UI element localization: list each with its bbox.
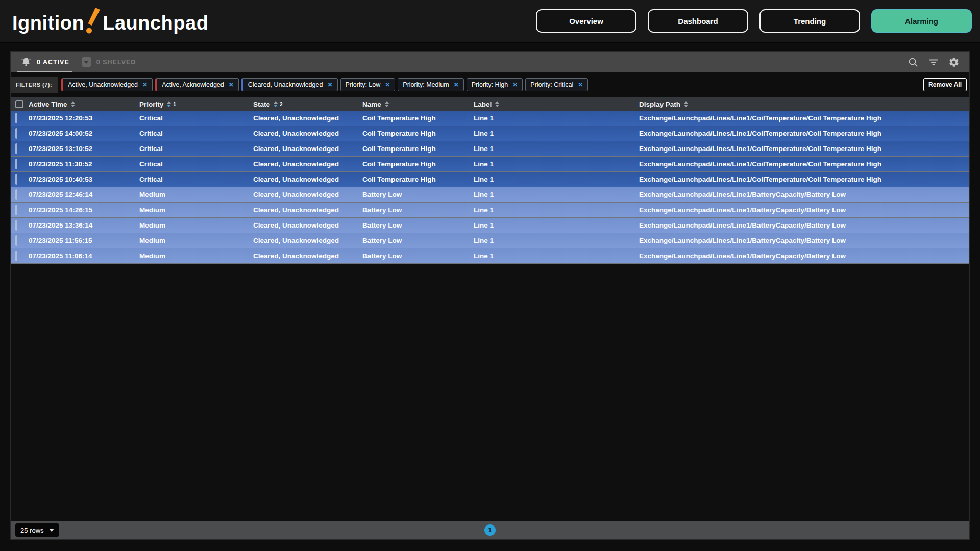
row-checkbox-cell: [11, 252, 29, 261]
cell-priority: Critical: [139, 130, 253, 137]
row-checkbox[interactable]: [15, 189, 17, 200]
row-checkbox[interactable]: [15, 159, 17, 169]
chip-close-icon[interactable]: ✕: [327, 81, 332, 88]
row-checkbox[interactable]: [15, 128, 17, 139]
pagination-page-1[interactable]: 1: [484, 524, 496, 536]
logo-text-ignition: Ignition: [12, 12, 84, 34]
nav-button-trending[interactable]: Trending: [760, 9, 860, 33]
cell-name: Coil Temperature High: [362, 114, 474, 122]
cell-name: Battery Low: [362, 206, 474, 214]
row-checkbox-cell: [11, 129, 29, 138]
cell-priority: Medium: [139, 221, 253, 229]
filter-icon[interactable]: [927, 56, 940, 68]
filter-chip: Priority: Low✕: [340, 78, 396, 91]
cell-path: Exchange/Launchpad/Lines/Line1/BatteryCa…: [639, 221, 969, 229]
filters-count-label: FILTERS (7):: [11, 77, 58, 93]
row-checkbox[interactable]: [15, 205, 17, 215]
table-row[interactable]: 07/23/2025 13:10:52CriticalCleared, Unac…: [11, 141, 969, 157]
select-all-checkbox[interactable]: [15, 100, 23, 108]
cell-priority: Critical: [139, 145, 253, 153]
cell-priority: Medium: [139, 237, 253, 244]
column-header-name[interactable]: Name: [362, 101, 474, 108]
column-header-active-time[interactable]: Active Time: [29, 101, 139, 108]
chip-close-icon[interactable]: ✕: [229, 81, 234, 88]
settings-gear-icon[interactable]: [948, 56, 960, 68]
cell-name: Battery Low: [362, 237, 474, 244]
table-row[interactable]: 07/23/2025 11:56:15MediumCleared, Unackn…: [11, 233, 969, 248]
cell-label: Line 1: [474, 191, 639, 198]
tab-active-alarms[interactable]: 0 ACTIVE: [14, 52, 76, 72]
cell-path: Exchange/Launchpad/Lines/Line1/BatteryCa…: [639, 206, 969, 214]
chip-close-icon[interactable]: ✕: [142, 81, 148, 88]
column-header-priority[interactable]: Priority1: [139, 101, 253, 108]
nav-button-alarming[interactable]: Alarming: [871, 9, 972, 33]
cell-state: Cleared, Unacknowledged: [253, 176, 362, 183]
row-checkbox[interactable]: [15, 143, 17, 154]
nav-button-dashboard[interactable]: Dashboard: [648, 9, 748, 33]
cell-label: Line 1: [474, 160, 639, 168]
table-row[interactable]: 07/23/2025 14:00:52CriticalCleared, Unac…: [11, 126, 969, 141]
column-header-state[interactable]: State2: [253, 101, 362, 108]
table-row[interactable]: 07/23/2025 12:20:53CriticalCleared, Unac…: [11, 111, 969, 126]
table-row[interactable]: 07/23/2025 10:40:53CriticalCleared, Unac…: [11, 172, 969, 187]
filters-bar: FILTERS (7): Active, Unacknowledged✕Acti…: [11, 77, 969, 93]
search-icon[interactable]: [907, 56, 919, 68]
column-header-display-path[interactable]: Display Path: [639, 101, 969, 108]
filter-chip-label: Cleared, Unacknowledged: [248, 81, 323, 88]
table-header-row: Active TimePriority1State2NameLabelDispl…: [11, 97, 969, 111]
cell-state: Cleared, Unacknowledged: [253, 221, 362, 229]
cell-name: Coil Temperature High: [362, 145, 474, 153]
cell-time: 07/23/2025 12:20:53: [29, 114, 139, 122]
sort-arrows-icon: [495, 101, 499, 107]
row-checkbox[interactable]: [15, 220, 17, 231]
cell-state: Cleared, Unacknowledged: [253, 191, 362, 198]
nav-button-overview[interactable]: Overview: [536, 9, 636, 33]
app-logo: Ignition Launchpad: [12, 8, 208, 34]
cell-time: 07/23/2025 14:26:15: [29, 206, 139, 214]
table-row[interactable]: 07/23/2025 12:46:14MediumCleared, Unackn…: [11, 187, 969, 203]
cell-time: 07/23/2025 12:46:14: [29, 191, 139, 198]
alarm-toolbar: 0 ACTIVE 0 SHELVED: [11, 52, 969, 72]
cell-label: Line 1: [474, 206, 639, 214]
alarm-table-panel: 0 ACTIVE 0 SHELVED FILTERS (7): Active, …: [10, 51, 970, 540]
row-checkbox-cell: [11, 144, 29, 154]
column-label: Name: [362, 101, 381, 108]
table-row[interactable]: 07/23/2025 14:26:15MediumCleared, Unackn…: [11, 203, 969, 218]
cell-time: 07/23/2025 11:56:15: [29, 237, 139, 244]
remove-all-filters-button[interactable]: Remove All: [923, 78, 967, 91]
cell-label: Line 1: [474, 237, 639, 244]
cell-state: Cleared, Unacknowledged: [253, 237, 362, 244]
cell-time: 07/23/2025 10:40:53: [29, 176, 139, 183]
table-row[interactable]: 07/23/2025 11:30:52CriticalCleared, Unac…: [11, 157, 969, 172]
cell-label: Line 1: [474, 114, 639, 122]
cell-label: Line 1: [474, 252, 639, 260]
row-checkbox[interactable]: [15, 174, 17, 185]
column-label: Priority: [139, 101, 163, 108]
row-checkbox-cell: [11, 206, 29, 215]
cell-name: Coil Temperature High: [362, 160, 474, 168]
chip-close-icon[interactable]: ✕: [454, 81, 459, 88]
column-label: Display Path: [639, 101, 680, 108]
cell-priority: Medium: [139, 191, 253, 198]
row-checkbox[interactable]: [15, 235, 17, 246]
table-body: 07/23/2025 12:20:53CriticalCleared, Unac…: [11, 111, 969, 521]
chip-close-icon[interactable]: ✕: [512, 81, 518, 88]
chip-close-icon[interactable]: ✕: [385, 81, 390, 88]
row-checkbox[interactable]: [15, 251, 17, 261]
main-nav: OverviewDashboardTrendingAlarming: [536, 9, 972, 33]
tab-shelved-alarms[interactable]: 0 SHELVED: [76, 52, 142, 72]
table-row[interactable]: 07/23/2025 13:36:14MediumCleared, Unackn…: [11, 218, 969, 233]
column-header-label[interactable]: Label: [474, 101, 639, 108]
cell-time: 07/23/2025 11:06:14: [29, 252, 139, 260]
cell-priority: Medium: [139, 206, 253, 214]
cell-time: 07/23/2025 14:00:52: [29, 130, 139, 137]
filter-chip: Active, Acknowledged✕: [155, 78, 239, 91]
table-row[interactable]: 07/23/2025 11:06:14MediumCleared, Unackn…: [11, 248, 969, 264]
cell-path: Exchange/Launchpad/Lines/Line1/CoilTempe…: [639, 160, 969, 168]
chip-close-icon[interactable]: ✕: [578, 81, 583, 88]
row-checkbox[interactable]: [15, 113, 17, 123]
rows-per-page-select[interactable]: 25 rows: [15, 523, 59, 537]
cell-name: Coil Temperature High: [362, 176, 474, 183]
filter-chip-list: Active, Unacknowledged✕Active, Acknowled…: [61, 78, 923, 91]
cell-state: Cleared, Unacknowledged: [253, 130, 362, 137]
